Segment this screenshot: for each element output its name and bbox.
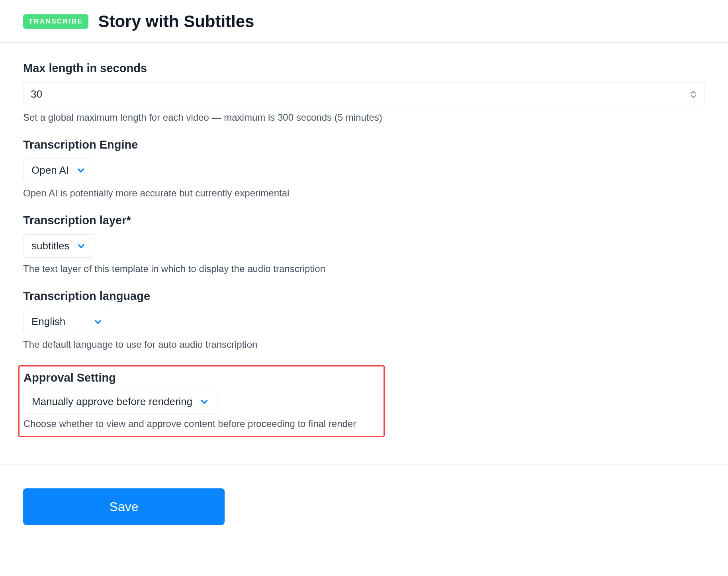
max-length-helper: Set a global maximum length for each vid… bbox=[23, 112, 705, 123]
engine-select[interactable]: Open AI bbox=[23, 159, 94, 182]
engine-value: Open AI bbox=[31, 164, 69, 176]
form-body: Max length in seconds Set a global maxim… bbox=[0, 43, 728, 464]
page-title: Story with Subtitles bbox=[98, 12, 254, 31]
language-label: Transcription language bbox=[23, 290, 705, 303]
approval-helper: Choose whether to view and approve conte… bbox=[23, 418, 380, 429]
stepper-up-icon[interactable] bbox=[691, 90, 696, 94]
chevron-down-icon bbox=[76, 166, 86, 175]
save-button[interactable]: Save bbox=[23, 488, 225, 525]
field-layer: Transcription layer* subtitles The text … bbox=[23, 214, 705, 274]
approval-value: Manually approve before rendering bbox=[32, 396, 192, 408]
stepper-down-icon[interactable] bbox=[691, 94, 696, 98]
max-length-input[interactable] bbox=[31, 88, 689, 100]
layer-value: subtitles bbox=[31, 240, 69, 252]
language-value: English bbox=[31, 315, 65, 328]
chevron-down-icon bbox=[200, 397, 209, 407]
chevron-down-icon bbox=[93, 317, 103, 327]
field-engine: Transcription Engine Open AI Open AI is … bbox=[23, 138, 705, 199]
engine-label: Transcription Engine bbox=[23, 138, 705, 151]
layer-select[interactable]: subtitles bbox=[23, 234, 94, 258]
language-select[interactable]: English bbox=[23, 310, 111, 333]
transcribe-badge: TRANSCRIBE bbox=[23, 14, 88, 29]
field-language: Transcription language English The defau… bbox=[23, 290, 705, 350]
layer-helper: The text layer of this template in which… bbox=[23, 263, 705, 274]
max-length-label: Max length in seconds bbox=[23, 62, 705, 75]
max-length-stepper[interactable] bbox=[689, 89, 697, 100]
field-max-length: Max length in seconds Set a global maxim… bbox=[23, 62, 705, 123]
approval-select[interactable]: Manually approve before rendering bbox=[23, 390, 217, 413]
chevron-down-icon bbox=[76, 241, 86, 251]
layer-label: Transcription layer* bbox=[23, 214, 705, 227]
language-helper: The default language to use for auto aud… bbox=[23, 339, 705, 350]
approval-label: Approval Setting bbox=[23, 371, 380, 384]
page-header: TRANSCRIBE Story with Subtitles bbox=[0, 0, 728, 43]
approval-highlight-box: Approval Setting Manually approve before… bbox=[18, 365, 385, 437]
footer: Save bbox=[0, 464, 728, 549]
max-length-input-wrap[interactable] bbox=[23, 82, 705, 106]
engine-helper: Open AI is potentially more accurate but… bbox=[23, 188, 705, 199]
